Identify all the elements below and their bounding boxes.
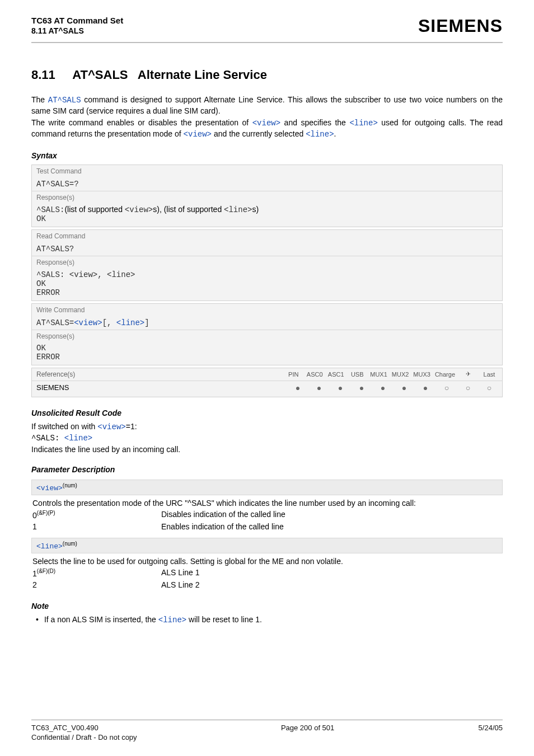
dot-filled-icon [374,383,391,392]
test-response: ^SALS:(list of supported <view>s), (list… [32,204,502,227]
label: Reference(s) [36,370,75,378]
text: ^SALS: [36,205,64,214]
intro-paragraph-2: The write command enables or disables th… [31,118,503,140]
param-desc: Disables indication of the called line [161,510,502,520]
text: ^SALS: [36,270,69,279]
dot-filled-icon [417,383,434,392]
ok: OK [36,344,498,353]
param-link-line[interactable]: <line> [349,119,377,128]
param-desc-heading: Parameter Description [31,465,503,474]
dot-empty-icon [438,383,455,392]
error: ERROR [36,288,498,297]
param-value: 1 [32,522,161,531]
text: and specifies the [280,118,349,127]
param-link-view[interactable]: <view> [184,130,212,139]
col: USB [349,371,366,378]
header-left: TC63 AT Command Set 8.11 AT^SALS [31,16,123,35]
reference-header: Reference(s) PIN ASC0 ASC1 USB MUX1 MUX2… [32,368,502,381]
param-desc: Controls the presentation mode of the UR… [32,499,502,508]
text: The [31,95,48,104]
reference-columns: PIN ASC0 ASC1 USB MUX1 MUX2 MUX3 Charge … [285,370,498,378]
param-row: 1(&F)(D) ALS Line 1 [32,568,502,578]
param-link-line[interactable]: <line> [116,318,144,327]
text: , [97,270,107,279]
reference-box: Reference(s) PIN ASC0 ASC1 USB MUX1 MUX2… [31,368,503,397]
footer-page: Page 200 of 501 [281,724,334,741]
param-link-view[interactable]: <view> [97,422,125,431]
read-command: AT^SALS? [32,242,502,256]
dot-filled-icon [353,383,370,392]
col: MUX1 [370,371,387,378]
text: s), (list of supported [153,205,224,214]
label: Response(s) [32,191,502,204]
param-link-view[interactable]: <view> [74,318,102,327]
text: command is designed to support Alternate… [31,95,503,115]
text: and the currently selected [212,129,306,138]
sup: (&F)(P) [37,510,55,516]
read-command-box: Read Command AT^SALS? Response(s) ^SALS:… [31,229,503,301]
doc-title: TC63 AT Command Set [31,16,123,25]
param-row: 0(&F)(P) Disables indication of the call… [32,510,502,520]
col: ASC0 [306,371,323,378]
text: 1 [32,569,37,578]
col: ASC1 [327,371,344,378]
footer-confidential: Confidential / Draft - Do not copy [31,733,137,741]
label: Test Command [32,165,502,177]
text: will be reset to line 1. [186,615,262,624]
param-link-view[interactable]: <view> [252,119,280,128]
param-link-line[interactable]: <line> [107,270,135,279]
dot-filled-icon [396,383,413,392]
sup: (&F)(D) [37,568,55,574]
error: ERROR [36,353,498,361]
brand-logo: SIEMENS [418,16,503,36]
param-link-view[interactable]: <view> [69,270,97,279]
reference-row: SIEMENS [32,381,502,397]
label: Response(s) [32,256,502,269]
param-link-view[interactable]: <view> [125,205,153,214]
param-link-line[interactable]: <line> [64,434,92,443]
text: =1: [126,422,137,431]
footer-left: TC63_ATC_V00.490 Confidential / Draft - … [31,724,137,741]
param-value: 2 [32,580,161,589]
ok: OK [36,279,498,288]
test-command-box: Test Command AT^SALS=? Response(s) ^SALS… [31,165,503,227]
note-bullet: • If a non ALS SIM is inserted, the <lin… [36,615,503,624]
param-link-line[interactable]: <line> [306,130,334,139]
syntax-heading: Syntax [31,151,503,160]
text: . [334,129,336,138]
urc-p2: Indicates the line used by an incoming c… [31,445,503,454]
param-value: 1(&F)(D) [32,568,161,578]
intro-paragraph-1: The AT^SALS command is designed to suppo… [31,95,503,116]
dot-filled-icon [289,383,306,392]
write-response: OK ERROR [32,342,502,365]
section-heading: 8.11 AT^SALS Alternate Line Service [31,68,503,82]
param-link-line[interactable]: <line> [158,616,186,624]
col: MUX2 [392,371,409,378]
note-heading: Note [31,602,503,611]
dot-filled-icon [311,383,327,392]
read-response: ^SALS: <view>, <line> OK ERROR [32,269,502,300]
section-number: 8.11 [31,68,69,82]
write-command: AT^SALS=<view>[, <line>] [32,316,502,330]
param-link-line[interactable]: <line> [224,205,252,214]
param-desc: ALS Line 2 [161,580,502,589]
param-view-header: <view>(num) [31,480,503,495]
urc-p1: If switched on with <view>=1: [31,422,503,431]
text: If a non ALS SIM is inserted, the [44,615,158,624]
note-text: If a non ALS SIM is inserted, the <line>… [44,615,262,624]
param-line-header: <line>(num) [31,538,503,553]
note-list: • If a non ALS SIM is inserted, the <lin… [31,615,503,624]
text: [, [102,318,116,327]
footer-date: 5/24/05 [479,724,503,741]
ok: OK [36,214,498,223]
text: s) [252,205,259,214]
cmd-link[interactable]: AT^SALS [48,96,81,105]
param-sup: (num) [63,482,77,489]
col-airplane-icon: ✈ [460,370,476,378]
reference-dots [289,383,498,392]
col: Charge [435,371,455,378]
col: Last [481,371,498,378]
label: Response(s) [32,330,502,342]
section-title: Alternate Line Service [138,68,267,82]
text: ^SALS: [31,434,64,443]
